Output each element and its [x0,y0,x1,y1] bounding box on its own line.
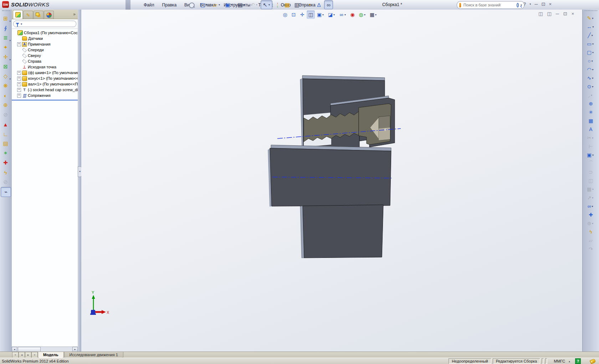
expand-toggle-icon[interactable]: + [17,42,21,46]
tree-item[interactable]: Спереди [12,47,78,53]
assembly-features[interactable]: ⊠ [1,62,10,71]
convert-entities[interactable]: ▣ ▾ [584,151,598,159]
filter-dropdown-icon[interactable]: ▾ [21,22,22,26]
panel-horizontal-scrollbar[interactable]: ◂ ▸ [12,347,78,352]
rebuild-traffic-light[interactable]: ⋮ [273,0,282,9]
configurationmanager-tab[interactable] [34,11,43,19]
select[interactable]: ↖ ▾ [261,0,272,9]
insert-components[interactable]: ⊞ ▾ [1,14,10,23]
circle[interactable]: ○ ▾ [584,57,598,65]
scrollbar-thumb[interactable] [18,347,41,352]
design-library[interactable]: ▤ [1,139,10,148]
dropdown-arrow-icon[interactable]: ▾ [9,58,11,61]
mass-properties[interactable]: Δ [314,0,323,9]
dropdown-arrow-icon[interactable]: ▾ [592,51,595,54]
help-button[interactable]: ? [523,1,526,7]
save[interactable]: ▣ ▾ [223,0,235,9]
toolbar-grip[interactable] [2,10,10,13]
tree-item[interactable]: + A Примечания [12,41,78,47]
interference-detection[interactable]: ▲ [1,120,10,129]
corner-rectangle[interactable]: ▭ ▾ [584,40,598,48]
dropdown-arrow-icon[interactable]: ▾ [9,78,11,80]
linear-component-pattern[interactable]: ≣ ▾ [1,33,10,42]
tree-item[interactable]: Справа [12,58,78,64]
sketch-picture[interactable]: ▱ [584,236,598,245]
dropdown-arrow-icon[interactable]: ▾ [375,13,378,16]
close-button[interactable]: × [549,1,552,7]
dropdown-arrow-icon[interactable]: ▾ [206,3,209,6]
trim-entities[interactable]: ✂ ▾ [584,134,598,142]
doc-close[interactable]: × [572,11,574,16]
graphics-area[interactable]: Y X ◎ ⊡ [81,10,582,352]
model-hub-section[interactable] [303,205,383,258]
mate[interactable]: ∮ [1,24,10,33]
sketch-fillet[interactable]: ◞ ▾ [584,91,598,99]
tree-item[interactable]: Сверху [12,53,78,58]
model-shaft-section[interactable] [270,148,391,206]
tags-icon[interactable] [589,358,596,364]
dropdown-arrow-icon[interactable]: ▾ [592,136,594,140]
external-references[interactable]: ⊘ [1,110,10,119]
dropdown-arrow-icon[interactable]: ▾ [592,85,594,88]
display-delete-relations[interactable]: ∞ ▾ [584,202,598,210]
panel-overflow-button[interactable]: » [73,12,76,17]
show-hidden-components[interactable]: ◐ [1,91,10,100]
expand-toggle-icon[interactable]: + [17,77,21,80]
mirror-entities[interactable]: ◫ [584,176,598,185]
split-view-top[interactable]: ◫ [547,11,551,16]
tree-item[interactable]: + ∭ Сопряжения [12,93,78,98]
dropdown-arrow-icon[interactable]: ▾ [9,39,11,42]
print[interactable]: ▤ ▾ [236,0,247,9]
dropdown-arrow-icon[interactable]: ▾ [591,94,593,97]
split-view-left[interactable]: ◫ [538,11,543,16]
quick-tips-icon[interactable]: ? [575,358,581,364]
sketch[interactable]: ✎ ▾ [584,14,598,22]
doc-minimize[interactable]: ─ [556,11,559,16]
fully-define-sketch[interactable]: ⊚ ▾ [584,219,598,228]
minimize-button[interactable]: ─ [534,1,538,7]
dropdown-arrow-icon[interactable]: ▾ [300,3,303,6]
smart-fasteners[interactable]: ✦ [1,43,10,52]
reference-triad[interactable]: Y X [90,290,109,315]
dropdown-arrow-icon[interactable]: ▾ [592,196,594,199]
displaymanager-tab[interactable] [44,11,54,19]
dropdown-arrow-icon[interactable]: ▾ [9,20,11,23]
dropdown-arrow-icon[interactable]: ▾ [592,77,594,80]
line[interactable]: ╱ ▾ [584,31,598,40]
assembly-dimensions[interactable]: ∟ [1,129,10,139]
section-tool[interactable]: ⌁ [1,187,11,197]
intersection-curve[interactable]: ⌒ [584,159,598,168]
tree-item[interactable]: + Ŧ (-) socket head cap screw_din< [12,87,78,93]
dropdown-arrow-icon[interactable]: ▾ [592,34,594,37]
dropdown-arrow-icon[interactable]: ▾ [322,13,325,16]
hide-show-items[interactable]: ∞ ▾ [337,10,348,19]
open-document[interactable]: ▱ ▾ [211,0,222,9]
dropdown-arrow-icon[interactable]: ▾ [592,205,594,208]
knowledge-search[interactable]: ▾ [457,1,524,9]
polygon[interactable]: ⊕ [584,99,598,108]
menu-item[interactable]: Файл [140,1,158,9]
tree-filter-input[interactable]: ▾ [13,21,76,27]
dropdown-arrow-icon[interactable]: ▾ [256,3,259,6]
dropdown-arrow-icon[interactable]: ▾ [268,3,271,6]
scroll-left-icon[interactable]: ◂ [12,347,17,352]
display-style[interactable]: ◪ ▾ [326,10,337,19]
search-input[interactable] [463,2,515,7]
straight-slot[interactable]: ▢ ▾ [584,48,598,57]
quick-snaps[interactable]: ϟ [584,228,598,236]
move-entities[interactable]: ↗ ▾ [584,193,598,202]
zoom-to-fit[interactable]: ◎ [281,10,289,19]
tab-motion-study[interactable]: Исследование движения 1 [64,352,123,358]
new-motion-study[interactable]: ❋ [1,81,10,90]
dropdown-arrow-icon[interactable]: ▾ [592,222,594,225]
measure[interactable]: ◔ [305,0,314,9]
tree-item[interactable]: Сборка1 (По умолчанию<Состоя [12,30,78,36]
search-icon[interactable] [517,3,519,7]
scroll-right-icon[interactable]: ▸ [72,347,78,352]
dropdown-arrow-icon[interactable]: ▾ [592,68,595,71]
panel-splitter[interactable]: ◂ [78,10,81,352]
unit-system[interactable]: ММГС ▴ [554,359,570,363]
propertymanager-tab[interactable]: ✎ [23,11,33,19]
text[interactable]: A [584,125,598,134]
dropdown-arrow-icon[interactable]: ▾ [592,42,595,46]
